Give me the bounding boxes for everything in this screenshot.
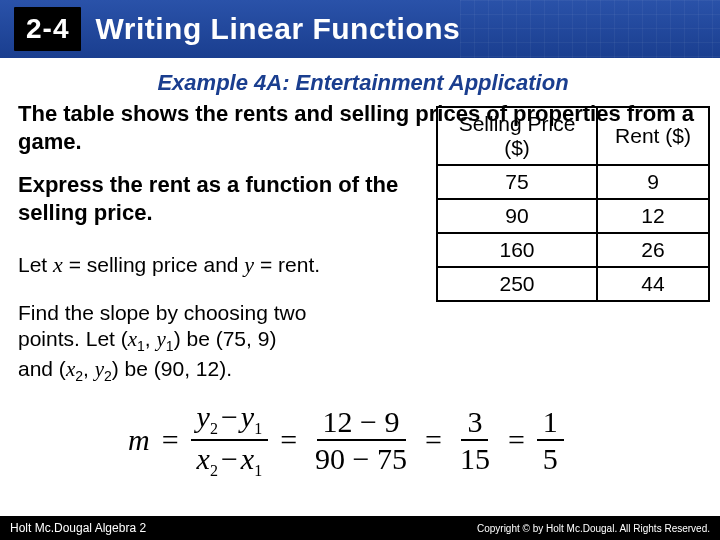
find-l3a: and ( — [18, 357, 66, 380]
x2-sub: 2 — [75, 368, 83, 384]
frac-4: 1 5 — [537, 407, 564, 474]
f1bas: 2 — [210, 462, 218, 479]
x2: x — [66, 357, 75, 381]
x1-sub: 1 — [137, 338, 145, 354]
f3t: 3 — [461, 407, 488, 441]
frac-3: 3 15 — [454, 407, 496, 474]
example-heading: Example 4A: Entertainment Application — [18, 70, 708, 96]
var-y: y — [244, 252, 254, 277]
y1-sub: 1 — [166, 338, 174, 354]
let-post: = rent. — [254, 253, 320, 276]
lesson-title: Writing Linear Functions — [95, 12, 460, 46]
slide-footer: Holt Mc.Dougal Algebra 2 Copyright © by … — [0, 516, 720, 540]
eq-eq2: = — [280, 423, 297, 457]
cell: 26 — [597, 233, 709, 267]
let-mid: = selling price and — [63, 253, 245, 276]
cell: 9 — [597, 165, 709, 199]
f1bbs: 1 — [254, 462, 262, 479]
eq-m: m — [128, 423, 150, 457]
x1: x — [128, 327, 137, 351]
table-row: 16026 — [437, 233, 709, 267]
f1bb: x — [241, 442, 254, 475]
y2-sub: 2 — [104, 368, 112, 384]
lesson-badge: 2-4 — [14, 7, 81, 51]
f4t: 1 — [537, 407, 564, 441]
f1bm: − — [218, 442, 241, 475]
table-head-row: Selling Price ($) Rent ($) — [437, 107, 709, 165]
y2: y — [95, 357, 104, 381]
footer-right: Copyright © by Holt Mc.Dougal. All Right… — [477, 523, 710, 534]
cell: 250 — [437, 267, 597, 301]
f4b: 5 — [537, 441, 564, 474]
eq-eq3: = — [425, 423, 442, 457]
table-row: 9012 — [437, 199, 709, 233]
f1ba: x — [197, 442, 210, 475]
table-row: 759 — [437, 165, 709, 199]
find-l3b: ) be (90, 12). — [112, 357, 232, 380]
footer-left: Holt Mc.Dougal Algebra 2 — [10, 521, 146, 535]
eq-eq1: = — [162, 423, 179, 457]
f3b: 15 — [454, 441, 496, 474]
let-pre: Let — [18, 253, 53, 276]
table-row: 25044 — [437, 267, 709, 301]
cell: 160 — [437, 233, 597, 267]
col-selling-price: Selling Price ($) — [437, 107, 597, 165]
frac-2: 12 − 9 90 − 75 — [309, 407, 413, 474]
eq-eq4: = — [508, 423, 525, 457]
cell: 12 — [597, 199, 709, 233]
slope-equation: m = y2−y1 x2−x1 = 12 − 9 90 − 75 = 3 15 … — [128, 402, 708, 479]
f1tm: − — [218, 400, 241, 433]
find-l2a: points. Let ( — [18, 327, 128, 350]
frac-1: y2−y1 x2−x1 — [191, 402, 269, 479]
f1tbs: 1 — [254, 420, 262, 437]
find-l1: Find the slope by choosing two — [18, 301, 306, 324]
y1: y — [157, 327, 166, 351]
var-x: x — [53, 252, 63, 277]
data-table: Selling Price ($) Rent ($) 759 9012 1602… — [436, 106, 710, 302]
cell: 75 — [437, 165, 597, 199]
c1: , — [145, 327, 157, 350]
find-slope-text: Find the slope by choosing two points. L… — [18, 300, 418, 386]
slide-header: 2-4 Writing Linear Functions — [0, 0, 720, 58]
f1ta: y — [197, 400, 210, 433]
c2: , — [83, 357, 95, 380]
f1tas: 2 — [210, 420, 218, 437]
f2b: 90 − 75 — [309, 441, 413, 474]
col-rent: Rent ($) — [597, 107, 709, 165]
sub-prompt: Express the rent as a function of the se… — [18, 171, 418, 226]
find-l2b: ) be (75, 9) — [174, 327, 277, 350]
cell: 90 — [437, 199, 597, 233]
f1tb: y — [241, 400, 254, 433]
f2t: 12 − 9 — [317, 407, 406, 441]
cell: 44 — [597, 267, 709, 301]
